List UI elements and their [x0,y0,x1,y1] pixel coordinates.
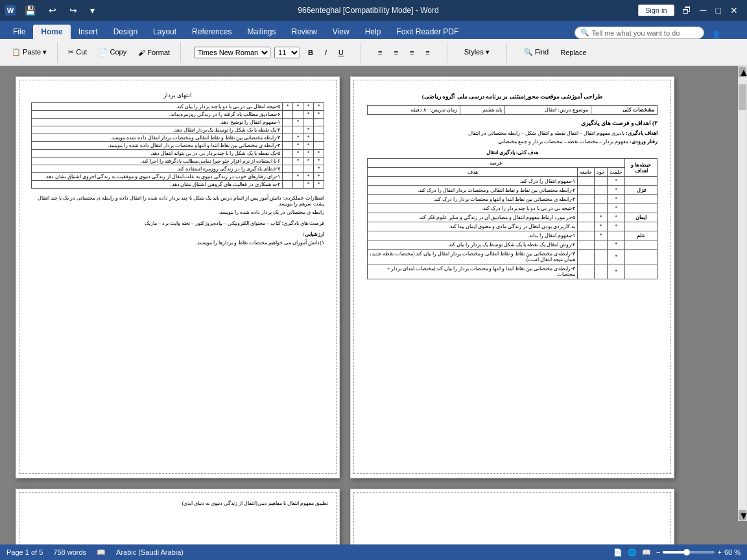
tab-design[interactable]: Design [106,25,145,39]
table-cell [578,213,595,222]
scroll-track[interactable] [739,78,746,509]
table-cell [283,119,293,126]
font-size-select[interactable]: 11 [274,47,300,58]
table-cell: ۱-مفهوم انتقال را توضیح دهد. [32,119,283,126]
tab-file[interactable]: File [5,25,33,39]
scrollbar[interactable]: ▲ ▼ [738,66,747,521]
font-family-select[interactable]: Times New Roman [194,47,270,58]
table-cell [578,195,595,204]
italic-button[interactable]: I [321,47,331,58]
bold-button[interactable]: B [304,47,317,58]
table-cell [283,134,293,142]
table-cell [595,195,608,204]
info-table: مشخصات کلی موضوع درس: انتقال پایه هشتم ز… [367,105,658,115]
redo-icon[interactable]: ↪ [65,4,81,17]
scroll-up-button[interactable]: ▲ [739,67,746,77]
restore-button[interactable]: 🗗 [678,4,695,17]
view-web-icon[interactable]: 🌐 [628,548,637,557]
table-cell [283,165,293,173]
zoom-in-button[interactable]: + [717,548,721,556]
table-cell: ۱-مفهوم انتقال را بداند. [368,231,578,240]
share-button[interactable]: 👤 Share [712,30,742,39]
table-cell: * [608,204,625,213]
table-cell: * [314,173,324,181]
tab-review[interactable]: Review [283,25,324,39]
scroll-down-button[interactable]: ▼ [739,510,746,520]
ribbon-bar: 📋 Paste ▾ ✂ Cut 📄 Copy 🖌 Format Times Ne… [0,39,747,66]
table-cell: * [303,126,314,134]
customize-icon[interactable]: ▾ [86,4,99,17]
align-center-button[interactable]: ≡ [390,47,401,58]
status-right: 📄 🌐 📖 − + 60 % [613,548,741,557]
sign-in-button[interactable]: Sign in [638,5,674,16]
table-cell: ۴-رابطه ی مختصاتی بین نقاط ابتدا و انتها… [368,264,578,279]
table-cell [303,165,314,173]
tab-help[interactable]: Help [357,25,389,39]
table-cell [595,177,608,186]
table-cell: * [283,103,293,111]
tab-layout[interactable]: Layout [145,25,184,39]
paste-button[interactable]: 📋 Paste ▾ [8,47,51,58]
tab-references[interactable]: References [184,25,239,39]
status-bar: Page 1 of 5 758 words 📖 Arabic (Saudi Ar… [0,544,747,560]
page-4 [350,489,674,544]
table-cell [283,158,293,165]
tab-insert[interactable]: Insert [71,25,106,39]
zoom-slider[interactable] [663,551,715,554]
table-cell [283,150,293,158]
table-cell: ۳-رابطه مختصاتی بین نقاط و تقاط انتقالی … [32,134,283,142]
maximize-button[interactable]: □ [712,4,725,17]
underline-button[interactable]: U [335,47,348,58]
zoom-out-button[interactable]: − [656,548,660,556]
format-painter-button[interactable]: 🖌 Format [134,47,174,58]
tab-mailings[interactable]: Mailings [239,25,283,39]
page-2-border: طراحی آموزشی موقعیت محور(مبتنی بر برنامه… [353,80,671,474]
ribbon-tabs: File Home Insert Design Layout Reference… [0,21,747,39]
save-icon[interactable]: 💾 [21,4,40,17]
view-print-icon[interactable]: 📄 [613,548,622,557]
table-cell [578,204,595,213]
table-cell [595,264,608,279]
page-4-border [353,492,671,544]
page-info: Page 1 of 5 [6,548,43,556]
divider1 [57,42,58,63]
table-cell [314,134,324,142]
page-3-border: تطبیق مفهوم انتقال با مفاهیم دینی(انتقال… [19,492,337,544]
table-cell: * [303,142,314,150]
tab-view[interactable]: View [325,25,357,39]
page-4-content [359,498,665,503]
para-performance: انتظارات عملکردی: دانش آموز پس از اتمام … [31,195,324,207]
table-cell: هدف [368,168,578,177]
justify-button[interactable]: ≡ [421,47,433,58]
table-cell: * [608,213,625,222]
undo-icon[interactable]: ↩ [45,4,60,17]
table-cell [314,119,324,126]
table-cell [578,222,595,231]
tab-foxit[interactable]: Foxit Reader PDF [388,25,466,39]
title-bar: W 💾 ↩ ↪ ▾ 966enteghal [Compatibility Mod… [0,0,747,21]
table-cell [595,186,608,195]
align-right-button[interactable]: ≡ [406,47,418,58]
table-cell: * [293,134,303,142]
copy-button[interactable]: 📄 Copy [95,47,130,58]
replace-button[interactable]: Replace [556,47,590,58]
table-cell [578,231,595,240]
document-area: ▲ ▼ انتهای بردار * * * * ۵-نتیجه انتقال … [0,66,747,544]
styles-button[interactable]: Styles ▾ [460,47,493,58]
goals-table: حیطه ها و اهداف عرصه خلقت خود جامعه هدف … [367,158,658,279]
scroll-thumb[interactable] [739,84,746,110]
find-button[interactable]: 🔍 Find [520,47,552,58]
table-cell [283,181,293,189]
cut-button[interactable]: ✂ Cut [64,47,91,58]
zoom-control: − + 60 % [656,548,741,556]
close-button[interactable]: ✕ [726,4,742,17]
table-cell [595,250,608,264]
minimize-button[interactable]: ─ [696,4,711,17]
view-read-icon[interactable]: 📖 [642,548,651,557]
title-bar-left: W 💾 ↩ ↪ ▾ [5,4,99,17]
tell-me-input[interactable]: 🔍 Tell me what you want to do [575,27,704,39]
table-cell: * [314,158,324,165]
tab-home[interactable]: Home [33,25,70,39]
table-cell [625,222,658,231]
align-left-button[interactable]: ≡ [374,47,386,58]
